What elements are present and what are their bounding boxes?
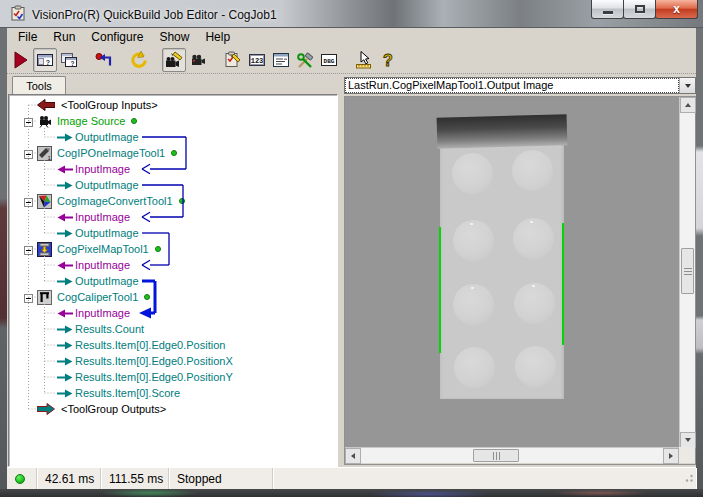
- reset-job-button[interactable]: [92, 48, 116, 72]
- scrollbar-corner: [679, 447, 695, 463]
- tree-node-cogiponeimagetool1[interactable]: 1CogIPOneImageTool1: [9, 145, 337, 161]
- inspection-image[interactable]: [345, 97, 679, 448]
- menu-configure[interactable]: Configure: [83, 29, 151, 45]
- tab-tools-label: Tools: [26, 80, 52, 92]
- tree-node-inputimage[interactable]: InputImage: [9, 161, 337, 177]
- output-arrow-icon: [57, 357, 73, 366]
- pointer-ruler-button[interactable]: [352, 48, 376, 72]
- window-title: VisionPro(R) QuickBuild Job Editor - Cog…: [32, 8, 277, 22]
- output-arrow-icon: [57, 373, 73, 382]
- tree-node-label: CogIPOneImageTool1: [57, 145, 165, 161]
- tree-node-results-item-0-edge0-positionx[interactable]: Results.Item[0].Edge0.PositionX: [9, 353, 337, 369]
- menu-show[interactable]: Show: [151, 29, 197, 45]
- tree-node-cogcalipertool1[interactable]: CogCaliperTool1: [9, 289, 337, 305]
- tree-collapse-toggle[interactable]: [24, 117, 33, 129]
- chevron-down-icon: [685, 84, 691, 88]
- run-job-button[interactable]: [9, 48, 33, 72]
- tree-node-outputimage[interactable]: OutputImage: [9, 273, 337, 289]
- tree-node-results-item-0-edge0-positiony[interactable]: Results.Item[0].Edge0.PositionY: [9, 369, 337, 385]
- tree-node-label: InputImage: [75, 257, 130, 273]
- tree-node-outputimage[interactable]: OutputImage: [9, 225, 337, 241]
- tree-node-outputimage[interactable]: OutputImage: [9, 129, 337, 145]
- status-panel-stopped: Stopped: [169, 468, 273, 489]
- tools-button[interactable]: [293, 48, 317, 72]
- tree-collapse-toggle[interactable]: [24, 245, 33, 257]
- tree-node-results-count[interactable]: Results.Count: [9, 321, 337, 337]
- input-arrow-icon: [57, 261, 73, 270]
- menu-bar: FileRunConfigureShowHelp: [7, 28, 696, 46]
- display-output-selector-value: LastRun.CogPixelMapTool1.Output Image: [346, 79, 678, 92]
- svg-text:?: ?: [46, 58, 50, 65]
- horizontal-scrollbar[interactable]: [345, 447, 679, 463]
- cascade-windows-button[interactable]: ?: [57, 48, 81, 72]
- brick-stud: [454, 347, 495, 388]
- svg-text:DBG: DBG: [324, 57, 335, 64]
- debug-button[interactable]: DBG: [317, 48, 341, 72]
- menu-run[interactable]: Run: [45, 29, 83, 45]
- brick-object: [440, 123, 564, 399]
- thumb-grip: [493, 452, 500, 460]
- close-button[interactable]: x: [655, 0, 698, 19]
- tree-node-inputimage[interactable]: InputImage: [9, 209, 337, 225]
- image-display-edit-button[interactable]: [162, 48, 186, 72]
- tree-node-results-item-0-score[interactable]: Results.Item[0].Score: [9, 385, 337, 401]
- tree-collapse-toggle[interactable]: [24, 293, 33, 305]
- tree-node-inputimage[interactable]: InputImage: [9, 305, 337, 321]
- tree-node-label: InputImage: [75, 305, 130, 321]
- edit-controls-button[interactable]: [221, 48, 245, 72]
- scroll-down-button[interactable]: [680, 432, 696, 448]
- arrow-down-icon: [685, 438, 691, 442]
- vertical-scrollbar[interactable]: [679, 97, 695, 448]
- help-icon: ?: [380, 50, 396, 70]
- help-button[interactable]: ?: [376, 48, 400, 72]
- highlight-speck: [471, 287, 474, 289]
- scroll-left-button[interactable]: [345, 448, 361, 464]
- output-arrow-icon: [57, 229, 73, 238]
- scroll-up-button[interactable]: [680, 97, 696, 113]
- maximize-button[interactable]: [623, 0, 656, 19]
- menu-file[interactable]: File: [10, 29, 45, 45]
- horizontal-scroll-thumb[interactable]: [473, 449, 519, 462]
- window-resize-grip[interactable]: [682, 469, 694, 487]
- form-properties-button[interactable]: [269, 48, 293, 72]
- maximize-icon: [635, 5, 645, 13]
- titlebar[interactable]: VisionPro(R) QuickBuild Job Editor - Cog…: [0, 0, 703, 28]
- tools-icon: [295, 50, 315, 70]
- refresh-button[interactable]: [127, 48, 151, 72]
- tree-node-cogpixelmaptool1[interactable]: CogPixelMapTool1: [9, 241, 337, 257]
- menu-help[interactable]: Help: [197, 29, 238, 45]
- numeric-results-button[interactable]: 123: [245, 48, 269, 72]
- tree-node-outputimage[interactable]: OutputImage: [9, 177, 337, 193]
- tree-node-cogimageconverttool1[interactable]: CogImageConvertTool1: [9, 193, 337, 209]
- tree-collapse-toggle[interactable]: [24, 149, 33, 161]
- output-arrow-icon: [57, 389, 73, 398]
- numeric-results-icon: 123: [247, 50, 267, 70]
- arrow-up-icon: [685, 103, 691, 107]
- scroll-right-button[interactable]: [663, 448, 679, 464]
- vertical-scroll-thumb[interactable]: [681, 248, 694, 294]
- display-output-selector-dropdown-button[interactable]: [679, 78, 695, 93]
- close-icon: x: [673, 3, 680, 15]
- tool-ran-status-dot: [144, 294, 150, 300]
- display-output-selector[interactable]: LastRun.CogPixelMapTool1.Output Image: [344, 77, 696, 94]
- minimize-button[interactable]: [591, 0, 624, 19]
- status-indicator-panel: [7, 468, 37, 489]
- job-editor-window-button[interactable]: ?: [33, 48, 57, 72]
- tree-node-inputimage[interactable]: InputImage: [9, 257, 337, 273]
- tree-node-label: OutputImage: [75, 129, 139, 145]
- image-display-edit-icon: [163, 50, 185, 70]
- acquire-camera-button[interactable]: [186, 48, 210, 72]
- output-arrow-icon: [57, 341, 73, 350]
- pixel-map-tool-icon: [37, 242, 52, 257]
- tool-ran-status-dot: [155, 246, 161, 252]
- tree-node-toolgroup-inputs[interactable]: <ToolGroup Inputs>: [9, 97, 337, 113]
- tree-node-results-item-0-edge0-position[interactable]: Results.Item[0].Edge0.Position: [9, 337, 337, 353]
- brick-stud: [515, 346, 556, 387]
- svg-text:?: ?: [71, 59, 75, 66]
- tree-collapse-toggle[interactable]: [24, 197, 33, 209]
- tab-tools[interactable]: Tools: [12, 76, 66, 94]
- tree-node-image-source[interactable]: Image Source: [9, 113, 337, 129]
- status-panel-empty: [273, 468, 696, 489]
- input-arrow-icon: [57, 165, 73, 174]
- tree-node-toolgroup-outputs[interactable]: <ToolGroup Outputs>: [9, 401, 337, 417]
